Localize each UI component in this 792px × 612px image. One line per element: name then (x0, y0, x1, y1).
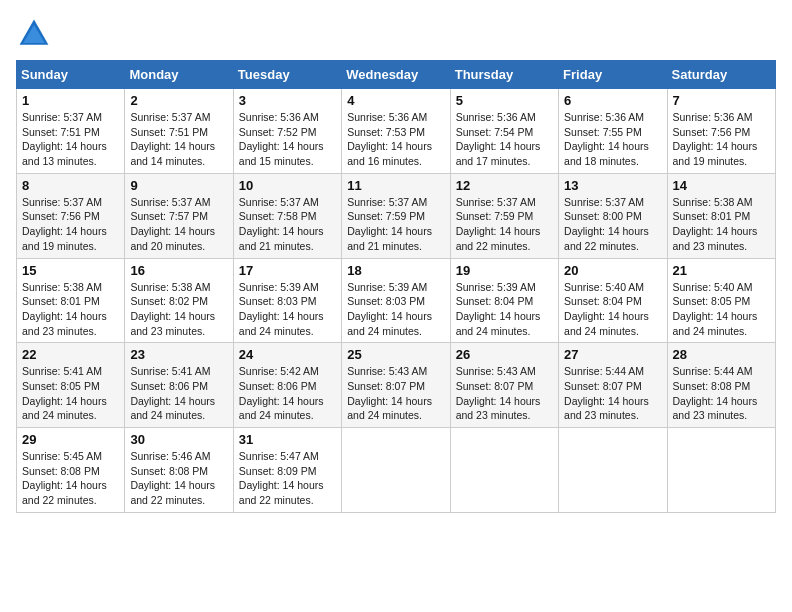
calendar-cell: 1Sunrise: 5:37 AM Sunset: 7:51 PM Daylig… (17, 89, 125, 174)
calendar-cell: 6Sunrise: 5:36 AM Sunset: 7:55 PM Daylig… (559, 89, 667, 174)
day-info: Sunrise: 5:36 AM Sunset: 7:54 PM Dayligh… (456, 110, 553, 169)
day-info: Sunrise: 5:37 AM Sunset: 7:57 PM Dayligh… (130, 195, 227, 254)
day-info: Sunrise: 5:36 AM Sunset: 7:53 PM Dayligh… (347, 110, 444, 169)
day-number: 14 (673, 178, 770, 193)
day-info: Sunrise: 5:40 AM Sunset: 8:04 PM Dayligh… (564, 280, 661, 339)
calendar-cell (559, 428, 667, 513)
day-info: Sunrise: 5:38 AM Sunset: 8:02 PM Dayligh… (130, 280, 227, 339)
day-info: Sunrise: 5:43 AM Sunset: 8:07 PM Dayligh… (347, 364, 444, 423)
day-number: 6 (564, 93, 661, 108)
day-number: 26 (456, 347, 553, 362)
calendar-cell: 21Sunrise: 5:40 AM Sunset: 8:05 PM Dayli… (667, 258, 775, 343)
day-info: Sunrise: 5:45 AM Sunset: 8:08 PM Dayligh… (22, 449, 119, 508)
day-number: 19 (456, 263, 553, 278)
header-monday: Monday (125, 61, 233, 89)
calendar-cell: 14Sunrise: 5:38 AM Sunset: 8:01 PM Dayli… (667, 173, 775, 258)
day-number: 22 (22, 347, 119, 362)
day-info: Sunrise: 5:39 AM Sunset: 8:03 PM Dayligh… (239, 280, 336, 339)
calendar-week-3: 15Sunrise: 5:38 AM Sunset: 8:01 PM Dayli… (17, 258, 776, 343)
day-info: Sunrise: 5:41 AM Sunset: 8:05 PM Dayligh… (22, 364, 119, 423)
calendar-cell: 23Sunrise: 5:41 AM Sunset: 8:06 PM Dayli… (125, 343, 233, 428)
calendar-week-5: 29Sunrise: 5:45 AM Sunset: 8:08 PM Dayli… (17, 428, 776, 513)
calendar-cell: 20Sunrise: 5:40 AM Sunset: 8:04 PM Dayli… (559, 258, 667, 343)
day-number: 7 (673, 93, 770, 108)
day-info: Sunrise: 5:40 AM Sunset: 8:05 PM Dayligh… (673, 280, 770, 339)
day-info: Sunrise: 5:47 AM Sunset: 8:09 PM Dayligh… (239, 449, 336, 508)
calendar-cell: 31Sunrise: 5:47 AM Sunset: 8:09 PM Dayli… (233, 428, 341, 513)
day-number: 8 (22, 178, 119, 193)
day-number: 3 (239, 93, 336, 108)
day-number: 12 (456, 178, 553, 193)
day-number: 31 (239, 432, 336, 447)
day-info: Sunrise: 5:37 AM Sunset: 7:59 PM Dayligh… (456, 195, 553, 254)
day-info: Sunrise: 5:39 AM Sunset: 8:03 PM Dayligh… (347, 280, 444, 339)
day-info: Sunrise: 5:36 AM Sunset: 7:56 PM Dayligh… (673, 110, 770, 169)
calendar-cell: 24Sunrise: 5:42 AM Sunset: 8:06 PM Dayli… (233, 343, 341, 428)
calendar-cell: 28Sunrise: 5:44 AM Sunset: 8:08 PM Dayli… (667, 343, 775, 428)
calendar-cell: 29Sunrise: 5:45 AM Sunset: 8:08 PM Dayli… (17, 428, 125, 513)
day-info: Sunrise: 5:37 AM Sunset: 7:56 PM Dayligh… (22, 195, 119, 254)
header-tuesday: Tuesday (233, 61, 341, 89)
header-saturday: Saturday (667, 61, 775, 89)
day-info: Sunrise: 5:41 AM Sunset: 8:06 PM Dayligh… (130, 364, 227, 423)
calendar-cell: 7Sunrise: 5:36 AM Sunset: 7:56 PM Daylig… (667, 89, 775, 174)
day-info: Sunrise: 5:39 AM Sunset: 8:04 PM Dayligh… (456, 280, 553, 339)
day-number: 24 (239, 347, 336, 362)
calendar-cell (667, 428, 775, 513)
day-info: Sunrise: 5:37 AM Sunset: 8:00 PM Dayligh… (564, 195, 661, 254)
day-number: 2 (130, 93, 227, 108)
day-info: Sunrise: 5:36 AM Sunset: 7:55 PM Dayligh… (564, 110, 661, 169)
day-number: 17 (239, 263, 336, 278)
day-info: Sunrise: 5:37 AM Sunset: 7:58 PM Dayligh… (239, 195, 336, 254)
calendar-cell: 9Sunrise: 5:37 AM Sunset: 7:57 PM Daylig… (125, 173, 233, 258)
calendar-cell: 5Sunrise: 5:36 AM Sunset: 7:54 PM Daylig… (450, 89, 558, 174)
calendar-cell (342, 428, 450, 513)
header (16, 16, 776, 52)
calendar-cell: 27Sunrise: 5:44 AM Sunset: 8:07 PM Dayli… (559, 343, 667, 428)
header-thursday: Thursday (450, 61, 558, 89)
day-number: 5 (456, 93, 553, 108)
calendar-week-2: 8Sunrise: 5:37 AM Sunset: 7:56 PM Daylig… (17, 173, 776, 258)
calendar-cell: 11Sunrise: 5:37 AM Sunset: 7:59 PM Dayli… (342, 173, 450, 258)
calendar-cell: 16Sunrise: 5:38 AM Sunset: 8:02 PM Dayli… (125, 258, 233, 343)
day-number: 11 (347, 178, 444, 193)
day-info: Sunrise: 5:38 AM Sunset: 8:01 PM Dayligh… (22, 280, 119, 339)
day-number: 21 (673, 263, 770, 278)
calendar-table: SundayMondayTuesdayWednesdayThursdayFrid… (16, 60, 776, 513)
calendar-cell: 22Sunrise: 5:41 AM Sunset: 8:05 PM Dayli… (17, 343, 125, 428)
calendar-cell: 17Sunrise: 5:39 AM Sunset: 8:03 PM Dayli… (233, 258, 341, 343)
day-info: Sunrise: 5:37 AM Sunset: 7:51 PM Dayligh… (130, 110, 227, 169)
calendar-week-4: 22Sunrise: 5:41 AM Sunset: 8:05 PM Dayli… (17, 343, 776, 428)
day-info: Sunrise: 5:44 AM Sunset: 8:08 PM Dayligh… (673, 364, 770, 423)
day-number: 1 (22, 93, 119, 108)
day-number: 10 (239, 178, 336, 193)
day-number: 9 (130, 178, 227, 193)
calendar-cell: 12Sunrise: 5:37 AM Sunset: 7:59 PM Dayli… (450, 173, 558, 258)
day-info: Sunrise: 5:43 AM Sunset: 8:07 PM Dayligh… (456, 364, 553, 423)
header-sunday: Sunday (17, 61, 125, 89)
day-number: 23 (130, 347, 227, 362)
day-info: Sunrise: 5:42 AM Sunset: 8:06 PM Dayligh… (239, 364, 336, 423)
calendar-header: SundayMondayTuesdayWednesdayThursdayFrid… (17, 61, 776, 89)
day-number: 13 (564, 178, 661, 193)
day-info: Sunrise: 5:37 AM Sunset: 7:51 PM Dayligh… (22, 110, 119, 169)
day-info: Sunrise: 5:36 AM Sunset: 7:52 PM Dayligh… (239, 110, 336, 169)
day-info: Sunrise: 5:44 AM Sunset: 8:07 PM Dayligh… (564, 364, 661, 423)
logo-icon (16, 16, 52, 52)
calendar-cell (450, 428, 558, 513)
header-friday: Friday (559, 61, 667, 89)
day-info: Sunrise: 5:37 AM Sunset: 7:59 PM Dayligh… (347, 195, 444, 254)
day-number: 16 (130, 263, 227, 278)
calendar-cell: 4Sunrise: 5:36 AM Sunset: 7:53 PM Daylig… (342, 89, 450, 174)
calendar-cell: 18Sunrise: 5:39 AM Sunset: 8:03 PM Dayli… (342, 258, 450, 343)
calendar-cell: 8Sunrise: 5:37 AM Sunset: 7:56 PM Daylig… (17, 173, 125, 258)
day-number: 4 (347, 93, 444, 108)
day-number: 18 (347, 263, 444, 278)
calendar-week-1: 1Sunrise: 5:37 AM Sunset: 7:51 PM Daylig… (17, 89, 776, 174)
calendar-cell: 26Sunrise: 5:43 AM Sunset: 8:07 PM Dayli… (450, 343, 558, 428)
calendar-cell: 13Sunrise: 5:37 AM Sunset: 8:00 PM Dayli… (559, 173, 667, 258)
header-wednesday: Wednesday (342, 61, 450, 89)
calendar-cell: 25Sunrise: 5:43 AM Sunset: 8:07 PM Dayli… (342, 343, 450, 428)
day-number: 15 (22, 263, 119, 278)
day-number: 27 (564, 347, 661, 362)
